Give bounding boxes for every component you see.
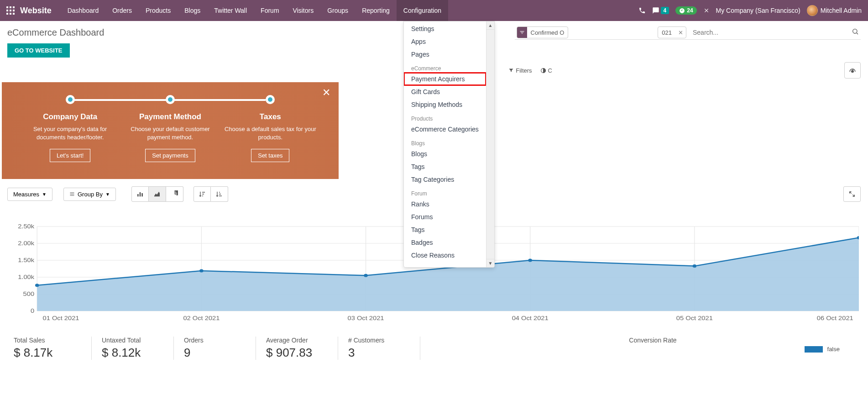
- kpi-conversion: Conversion Rate false: [420, 337, 859, 360]
- onboard-step-payment: Payment Method Choose your default custo…: [120, 95, 220, 162]
- kpi-row: Total Sales $ 8.17k Untaxed Total $ 8.12…: [0, 330, 868, 360]
- search-input[interactable]: [689, 27, 849, 38]
- kpi-label: Orders: [184, 337, 246, 344]
- go-to-website-button[interactable]: GO TO WEBSITE: [7, 43, 70, 58]
- menu-blogs[interactable]: Blogs: [404, 147, 486, 160]
- filter-chip-year[interactable]: 021 ✕: [658, 26, 686, 38]
- menu-payment-acquirers[interactable]: Payment Acquirers: [404, 73, 486, 85]
- nav-products[interactable]: Products: [139, 0, 178, 21]
- dropdown-scrollbar[interactable]: ▲ ▼: [486, 21, 494, 267]
- company-selector[interactable]: My Company (San Francisco): [716, 7, 800, 14]
- comparison-label: C: [548, 67, 552, 74]
- svg-line-10: [857, 33, 858, 34]
- filters-button[interactable]: Filters: [508, 67, 532, 74]
- menu-close-reasons[interactable]: Close Reasons: [404, 249, 486, 262]
- kpi-label: Conversion Rate: [457, 337, 849, 344]
- activity-clock-badge[interactable]: 24: [675, 6, 696, 15]
- clock-badge-count: 24: [687, 7, 693, 14]
- close-session-icon[interactable]: [703, 7, 710, 14]
- svg-point-12: [851, 70, 854, 73]
- apps-grid-icon[interactable]: [4, 4, 17, 17]
- messages-icon[interactable]: 4: [652, 7, 669, 14]
- ytick: 2.50k: [18, 223, 34, 229]
- menu-forum-tags[interactable]: Tags: [404, 223, 486, 236]
- menu-forums[interactable]: Forums: [404, 211, 486, 223]
- chip-year-label: 021: [658, 29, 675, 36]
- legend-swatch-icon: [805, 346, 823, 353]
- menu-tag-categories[interactable]: Tag Categories: [404, 173, 486, 186]
- filter-chip-confirmed[interactable]: Confirmed O: [517, 26, 569, 38]
- menu-online-appointments[interactable]: Online Appointments: [404, 265, 486, 268]
- step-title: Taxes: [220, 112, 320, 121]
- phone-icon[interactable]: [638, 7, 646, 14]
- user-menu[interactable]: Mitchell Admin: [807, 5, 862, 16]
- xtick: 01 Oct 2021: [43, 315, 79, 321]
- menu-ranks[interactable]: Ranks: [404, 198, 486, 211]
- search-icon[interactable]: [852, 28, 859, 37]
- sort-group: [193, 186, 228, 202]
- funnel-icon: [517, 27, 527, 38]
- view-dashboard-toggle[interactable]: [844, 62, 861, 79]
- nav-blogs[interactable]: Blogs: [178, 0, 207, 21]
- scroll-up-arrow-icon[interactable]: ▲: [486, 21, 494, 30]
- menu-group-forum: Forum: [404, 186, 486, 198]
- step-dot-icon: [166, 95, 175, 104]
- sort-desc-button[interactable]: [193, 186, 211, 202]
- xtick: 02 Oct 2021: [183, 315, 220, 321]
- menu-settings[interactable]: Settings: [404, 22, 486, 35]
- nav-forum[interactable]: Forum: [254, 0, 286, 21]
- svg-rect-0: [6, 6, 8, 8]
- svg-rect-16: [141, 193, 143, 196]
- ytick: 2.00k: [18, 240, 34, 246]
- nav-visitors[interactable]: Visitors: [286, 0, 321, 21]
- menu-ecommerce-categories[interactable]: eCommerce Categories: [404, 123, 486, 136]
- svg-rect-5: [13, 10, 15, 11]
- chip-year-remove-icon[interactable]: ✕: [675, 29, 686, 36]
- menu-gift-cards[interactable]: Gift Cards: [404, 85, 486, 98]
- svg-point-30: [199, 269, 204, 272]
- set-taxes-button[interactable]: Set taxes: [251, 149, 289, 162]
- xtick: 06 Oct 2021: [817, 315, 853, 321]
- svg-rect-15: [139, 192, 141, 196]
- menu-shipping-methods[interactable]: Shipping Methods: [404, 98, 486, 111]
- nav-twitter-wall[interactable]: Twitter Wall: [207, 0, 254, 21]
- ytick: 0: [31, 308, 34, 314]
- kpi-orders: Orders 9: [173, 337, 256, 360]
- lets-start-button[interactable]: Let's start!: [50, 149, 91, 162]
- kpi-value: $ 8.17k: [14, 346, 81, 360]
- group-by-button[interactable]: Group By ▼: [63, 188, 116, 201]
- nav-orders[interactable]: Orders: [105, 0, 139, 21]
- kpi-value: 3: [348, 346, 410, 360]
- svg-point-29: [35, 284, 39, 287]
- ytick: 500: [23, 291, 35, 297]
- svg-rect-3: [6, 10, 8, 11]
- nav-reporting[interactable]: Reporting: [355, 0, 397, 21]
- chart-type-group: [131, 186, 183, 202]
- kpi-untaxed-total: Untaxed Total $ 8.12k: [91, 337, 173, 360]
- set-payments-button[interactable]: Set payments: [145, 149, 195, 162]
- app-brand[interactable]: Website: [20, 6, 52, 16]
- menu-pages[interactable]: Pages: [404, 48, 486, 61]
- nav-configuration[interactable]: Configuration: [397, 0, 448, 21]
- navbar-right: 4 24 My Company (San Francisco) Mitchell…: [638, 5, 864, 16]
- nav-dashboard[interactable]: Dashboard: [61, 0, 106, 21]
- pie-chart-button[interactable]: [166, 186, 183, 202]
- bar-chart-button[interactable]: [131, 186, 149, 202]
- ytick: 1.00k: [18, 274, 34, 280]
- menu-blog-tags[interactable]: Tags: [404, 160, 486, 173]
- expand-chart-button[interactable]: [843, 186, 861, 202]
- user-name: Mitchell Admin: [821, 7, 862, 14]
- kpi-value: $ 907.83: [266, 346, 328, 360]
- menu-apps[interactable]: Apps: [404, 35, 486, 48]
- step-title: Company Data: [20, 112, 120, 121]
- comparison-button[interactable]: C: [540, 67, 552, 74]
- nav-groups[interactable]: Groups: [320, 0, 355, 21]
- caret-down-icon: ▼: [42, 192, 47, 197]
- scroll-down-arrow-icon[interactable]: ▼: [486, 259, 494, 267]
- group-by-label: Group By: [78, 191, 103, 198]
- area-chart-button[interactable]: [149, 186, 166, 202]
- measures-button[interactable]: Measures ▼: [7, 188, 52, 201]
- kpi-value: 9: [184, 346, 246, 360]
- menu-badges[interactable]: Badges: [404, 236, 486, 249]
- sort-asc-button[interactable]: [211, 186, 228, 202]
